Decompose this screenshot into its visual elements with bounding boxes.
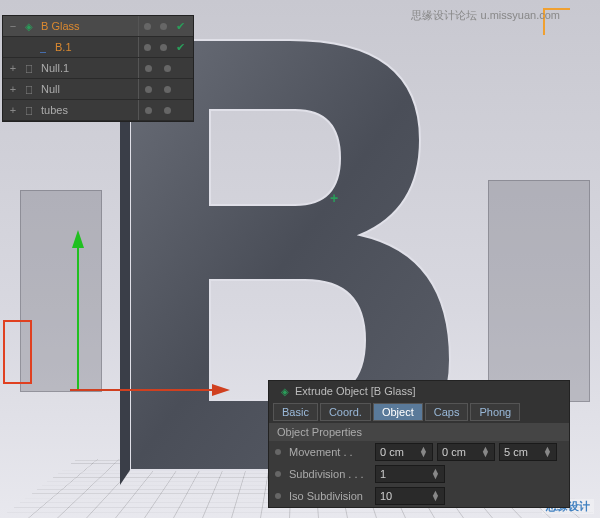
tab-caps[interactable]: Caps xyxy=(425,403,469,421)
object-name[interactable]: tubes xyxy=(39,104,138,116)
visibility-dots[interactable] xyxy=(138,79,189,99)
attr-tabs: BasicCoord.ObjectCapsPhong xyxy=(269,401,569,423)
x-axis-gizmo[interactable] xyxy=(70,380,230,400)
object-name[interactable]: B.1 xyxy=(53,41,138,53)
check-icon[interactable]: ✔ xyxy=(176,20,185,33)
y-axis-gizmo[interactable] xyxy=(70,230,90,390)
movement-x-field[interactable]: 0 cm▲▼ xyxy=(375,443,433,461)
object-name[interactable]: Null xyxy=(39,83,138,95)
tab-object[interactable]: Object xyxy=(373,403,423,421)
expand-toggle[interactable]: + xyxy=(7,62,19,74)
attribute-manager[interactable]: ◈ Extrude Object [B Glass] BasicCoord.Ob… xyxy=(268,380,570,508)
camera-frame xyxy=(3,320,32,384)
object-row-null[interactable]: +⎕Null xyxy=(3,79,193,100)
null-icon: ⎕ xyxy=(22,103,36,117)
bullet-icon xyxy=(275,471,281,477)
extrude-icon: ◈ xyxy=(22,19,36,33)
object-row-b-1[interactable]: ⎯B.1✔ xyxy=(3,37,193,58)
prop-iso-subdivision: Iso Subdivision 10▲▼ xyxy=(269,485,569,507)
prop-subdivision: Subdivision . . . 1▲▼ xyxy=(269,463,569,485)
tab-phong[interactable]: Phong xyxy=(470,403,520,421)
attr-title-bar: ◈ Extrude Object [B Glass] xyxy=(269,381,569,401)
spline-icon: ⎯ xyxy=(36,40,50,54)
extrude-icon: ◈ xyxy=(278,384,292,398)
axis-cursor: + xyxy=(330,190,338,206)
subdivision-label: Subdivision . . . xyxy=(289,468,371,480)
visibility-dots[interactable] xyxy=(138,100,189,120)
null-icon: ⎕ xyxy=(22,82,36,96)
prop-movement: Movement . . 0 cm▲▼ 0 cm▲▼ 5 cm▲▼ xyxy=(269,441,569,463)
object-row-b-glass[interactable]: −◈B Glass✔ xyxy=(3,16,193,37)
tab-coord[interactable]: Coord. xyxy=(320,403,371,421)
watermark: 思缘设计论坛 u.missyuan.com xyxy=(411,8,560,23)
movement-y-field[interactable]: 0 cm▲▼ xyxy=(437,443,495,461)
object-row-tubes[interactable]: +⎕tubes xyxy=(3,100,193,121)
attr-title: Extrude Object [B Glass] xyxy=(295,385,415,397)
object-name[interactable]: Null.1 xyxy=(39,62,138,74)
svg-marker-1 xyxy=(72,230,84,248)
subdivision-field[interactable]: 1▲▼ xyxy=(375,465,445,483)
iso-subdivision-field[interactable]: 10▲▼ xyxy=(375,487,445,505)
section-header: Object Properties xyxy=(269,423,569,441)
expand-toggle[interactable]: + xyxy=(7,83,19,95)
expand-toggle[interactable]: + xyxy=(7,104,19,116)
tab-basic[interactable]: Basic xyxy=(273,403,318,421)
bullet-icon xyxy=(275,449,281,455)
object-name[interactable]: B Glass xyxy=(39,20,138,32)
visibility-dots[interactable]: ✔ xyxy=(138,37,189,57)
bullet-icon xyxy=(275,493,281,499)
null-icon: ⎕ xyxy=(22,61,36,75)
scaffold-right xyxy=(488,180,590,402)
svg-marker-3 xyxy=(212,384,230,396)
object-row-null-1[interactable]: +⎕Null.1 xyxy=(3,58,193,79)
expand-toggle[interactable]: − xyxy=(7,20,19,32)
movement-label: Movement . . xyxy=(289,446,371,458)
visibility-dots[interactable] xyxy=(138,58,189,78)
movement-z-field[interactable]: 5 cm▲▼ xyxy=(499,443,557,461)
object-manager[interactable]: −◈B Glass✔⎯B.1✔+⎕Null.1+⎕Null+⎕tubes xyxy=(2,15,194,122)
check-icon[interactable]: ✔ xyxy=(176,41,185,54)
visibility-dots[interactable]: ✔ xyxy=(138,16,189,36)
iso-subdivision-label: Iso Subdivision xyxy=(289,490,371,502)
